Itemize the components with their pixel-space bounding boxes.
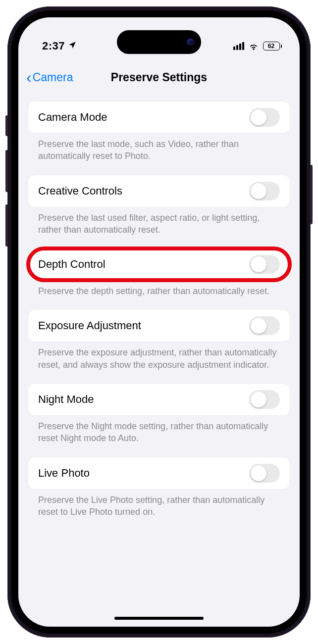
setting-description: Preserve the exposure adjustment, rather… (28, 342, 290, 371)
setting-group-camera-mode: Camera Mode Preserve the last mode, such… (28, 101, 290, 162)
settings-list: Camera Mode Preserve the last mode, such… (18, 92, 300, 518)
dynamic-island (117, 30, 201, 54)
navigation-bar: ‹ Camera Preserve Settings (18, 63, 300, 92)
setting-group-night-mode: Night Mode Preserve the Night mode setti… (28, 384, 290, 445)
toggle-night-mode[interactable] (249, 390, 280, 409)
setting-row-depth-control[interactable]: Depth Control (28, 248, 290, 280)
side-button (310, 165, 313, 224)
phone-frame: 2:37 62 (7, 6, 311, 638)
wifi-icon (248, 42, 259, 50)
setting-group-live-photo: Live Photo Preserve the Live Photo setti… (28, 457, 290, 518)
setting-label: Depth Control (38, 258, 106, 271)
setting-row-night-mode[interactable]: Night Mode (28, 384, 290, 415)
setting-label: Creative Controls (38, 185, 122, 198)
toggle-exposure-adjustment[interactable] (249, 316, 280, 335)
setting-description: Preserve the last used filter, aspect ra… (28, 207, 290, 236)
setting-label: Night Mode (38, 393, 94, 406)
setting-description: Preserve the Live Photo setting, rather … (28, 489, 290, 518)
cellular-signal-icon (233, 42, 244, 50)
setting-row-exposure-adjustment[interactable]: Exposure Adjustment (28, 310, 290, 342)
setting-label: Camera Mode (38, 111, 107, 124)
setting-description: Preserve the last mode, such as Video, r… (28, 133, 290, 162)
back-button[interactable]: ‹ Camera (26, 69, 73, 85)
setting-description: Preserve the Night mode setting, rather … (28, 415, 290, 445)
front-camera-icon (187, 39, 194, 46)
chevron-left-icon: ‹ (26, 69, 32, 85)
side-button (5, 115, 8, 136)
setting-row-camera-mode[interactable]: Camera Mode (28, 101, 290, 133)
page-title: Preserve Settings (111, 71, 207, 84)
setting-label: Live Photo (38, 467, 90, 480)
side-button (5, 150, 8, 192)
toggle-camera-mode[interactable] (249, 108, 280, 127)
location-icon (68, 41, 77, 52)
setting-group-depth-control: Depth Control Preserve the depth setting… (28, 248, 290, 297)
setting-group-creative-controls: Creative Controls Preserve the last used… (28, 175, 290, 236)
back-label: Camera (33, 71, 73, 84)
home-indicator[interactable] (114, 617, 204, 620)
toggle-live-photo[interactable] (249, 464, 280, 483)
side-button (5, 204, 8, 247)
status-time: 2:37 (42, 40, 65, 52)
setting-group-exposure-adjustment: Exposure Adjustment Preserve the exposur… (28, 310, 290, 371)
battery-indicator: 62 (263, 42, 282, 50)
setting-description: Preserve the depth setting, rather than … (28, 280, 290, 297)
setting-label: Exposure Adjustment (38, 319, 141, 332)
toggle-depth-control[interactable] (249, 255, 280, 274)
setting-row-live-photo[interactable]: Live Photo (28, 457, 290, 489)
toggle-creative-controls[interactable] (249, 182, 280, 200)
setting-row-creative-controls[interactable]: Creative Controls (28, 175, 290, 207)
